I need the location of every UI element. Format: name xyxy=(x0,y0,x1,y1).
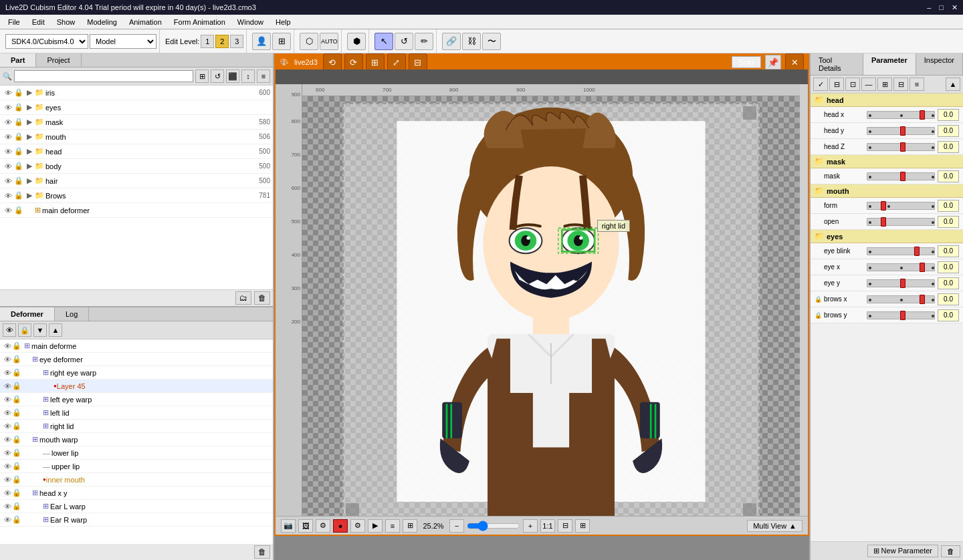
lock-icon[interactable]: 🔒 xyxy=(12,422,21,430)
canvas-content[interactable]: 900 800 700 600 500 400 300 200 600 700 … xyxy=(276,69,808,535)
menu-form-animation[interactable]: Form Animation xyxy=(169,17,231,27)
expand-icon[interactable]: ▶ xyxy=(24,118,35,126)
vis-icon[interactable]: 👁 xyxy=(3,356,12,364)
menu-file[interactable]: File xyxy=(3,17,25,27)
menu-show[interactable]: Show xyxy=(51,17,81,27)
deformer-item[interactable]: 👁 🔒 ⊞ left eye warp xyxy=(0,393,273,406)
canvas-viewport[interactable]: right lid xyxy=(302,96,800,527)
param-table1-icon[interactable]: ⊞ xyxy=(877,78,892,91)
param-group-head[interactable]: 📁 head xyxy=(811,94,963,107)
deformer-item[interactable]: 👁 🔒 ⊞ right lid xyxy=(0,420,273,433)
menu-window[interactable]: Window xyxy=(232,17,269,27)
param-slider-brows-y[interactable] xyxy=(867,311,935,319)
new-parameter-button[interactable]: ⊞ New Parameter xyxy=(867,545,938,557)
slider-track[interactable] xyxy=(867,247,935,255)
param-check-icon[interactable]: ✓ xyxy=(813,78,828,91)
expand-icon[interactable]: ▶ xyxy=(24,162,35,170)
coord-icon[interactable]: ⊟ xyxy=(558,519,572,533)
list-icon[interactable]: ≡ xyxy=(385,519,400,533)
vis-icon[interactable]: 👁 xyxy=(3,342,12,350)
pin-button[interactable]: 📌 xyxy=(765,55,781,69)
tab-part[interactable]: Part xyxy=(0,53,36,67)
play-icon[interactable]: ▶ xyxy=(368,519,383,533)
lock-icon[interactable]: 🔒 xyxy=(12,341,21,350)
vis-icon[interactable]: 👁 xyxy=(3,148,13,156)
param-slider-eye-blink[interactable] xyxy=(867,247,935,255)
part-tool-select[interactable]: ⊞ xyxy=(195,69,209,83)
list-item[interactable]: 👁 🔒 ▶ 📁 Brows 781 xyxy=(0,188,273,203)
param-value-open[interactable]: 0.0 xyxy=(938,216,959,228)
expand-icon[interactable]: ▶ xyxy=(24,132,35,141)
tab-tool-details[interactable]: Tool Details xyxy=(811,53,863,75)
deformer-lock-all[interactable]: 🔒 xyxy=(18,323,31,337)
vis-icon[interactable]: 👁 xyxy=(3,104,13,112)
brush-icon[interactable]: ✏ xyxy=(415,33,433,50)
part-tool-refresh[interactable]: ↺ xyxy=(211,69,224,83)
canvas-tool-5[interactable]: ⊟ xyxy=(409,53,427,71)
expand-icon[interactable]: ▶ xyxy=(24,147,35,156)
param-slider-head-y[interactable] xyxy=(867,127,935,135)
slider-thumb-active[interactable] xyxy=(900,311,905,320)
slider-thumb[interactable] xyxy=(920,295,925,304)
person-icon[interactable]: 👤 xyxy=(252,33,271,50)
slider-thumb-active[interactable] xyxy=(900,142,905,152)
minimize-button[interactable]: – xyxy=(927,3,931,12)
param-value-eye-blink[interactable]: 0.0 xyxy=(938,245,959,257)
menu-help[interactable]: Help xyxy=(270,17,296,27)
vis-icon[interactable]: 👁 xyxy=(3,409,12,417)
vis-icon[interactable]: 👁 xyxy=(3,503,12,511)
param-lock[interactable]: 🔒 xyxy=(815,312,821,319)
level-1-button[interactable]: 1 xyxy=(201,35,214,48)
deformer-item[interactable]: 👁 🔒 ⊞ main deforme xyxy=(0,339,273,353)
slider-thumb-active[interactable] xyxy=(900,172,905,181)
slider-thumb[interactable] xyxy=(920,263,925,272)
param-slider-head-x[interactable] xyxy=(867,111,935,119)
part-tool-menu[interactable]: ≡ xyxy=(257,69,270,83)
param-value-eye-x[interactable]: 0.0 xyxy=(938,261,959,273)
zoom-in-icon[interactable]: + xyxy=(523,519,538,533)
expand-icon[interactable]: ▶ xyxy=(24,191,35,200)
lock-icon[interactable]: 🔒 xyxy=(12,355,21,364)
menu-animation[interactable]: Animation xyxy=(124,17,167,27)
settings-icon[interactable]: ⚙ xyxy=(350,519,365,533)
solo-button[interactable]: Solo xyxy=(732,56,761,68)
slider-track[interactable] xyxy=(867,111,935,119)
part-search-input[interactable] xyxy=(14,70,193,82)
param-value-brows-x[interactable]: 0.0 xyxy=(938,293,959,305)
param-slider-mask[interactable] xyxy=(867,172,935,180)
record-dot[interactable]: ● xyxy=(333,519,348,533)
deformer-item[interactable]: 👁 🔒 — upper lip xyxy=(0,460,273,473)
vis-icon[interactable]: 👁 xyxy=(3,192,13,200)
lock-icon[interactable]: 🔒 xyxy=(12,368,21,377)
list-item[interactable]: 👁 🔒 ▶ 📁 head 500 xyxy=(0,144,273,159)
param-group-mouth[interactable]: 📁 mouth xyxy=(811,184,963,198)
slider-track[interactable] xyxy=(867,311,935,319)
param-group-mask[interactable]: 📁 mask xyxy=(811,155,963,168)
param-slider-eye-x[interactable] xyxy=(867,263,935,271)
deformer-collapse[interactable]: ▲ xyxy=(49,323,62,337)
param-list-icon[interactable]: ≡ xyxy=(909,78,924,91)
lock-icon[interactable]: 🔒 xyxy=(12,462,21,470)
lock-icon[interactable]: 🔒 xyxy=(13,206,24,215)
param-value-brows-y[interactable]: 0.0 xyxy=(938,309,959,321)
param-group-eyes[interactable]: 📁 eyes xyxy=(811,230,963,243)
window-controls[interactable]: – □ ✕ xyxy=(927,3,958,12)
lock-icon[interactable]: 🔒 xyxy=(13,88,24,97)
vis-icon[interactable]: 👁 xyxy=(3,449,12,457)
deformer-item[interactable]: 👁 🔒 ● inner mouth xyxy=(0,473,273,486)
tab-parameter[interactable]: Parameter xyxy=(863,53,916,75)
vis-icon[interactable]: 👁 xyxy=(3,489,12,497)
lock-icon[interactable]: 🔒 xyxy=(12,488,21,497)
tab-inspector[interactable]: Inspector xyxy=(916,53,963,75)
deformer-item[interactable]: 👁 🔒 ⊞ Ear R warp xyxy=(0,513,273,527)
list-item[interactable]: 👁 🔒 ▶ 📁 mouth 506 xyxy=(0,130,273,144)
lock-icon[interactable]: 🔒 xyxy=(12,502,21,511)
vis-icon[interactable]: 👁 xyxy=(3,89,13,97)
canvas-tool-1[interactable]: ⟲ xyxy=(323,53,342,71)
menu-modeling[interactable]: Modeling xyxy=(82,17,122,27)
param-value-head-x[interactable]: 0.0 xyxy=(938,109,959,121)
deformer-item[interactable]: 👁 🔒 ⊞ right eye warp xyxy=(0,366,273,380)
param-slider2-icon[interactable]: ⊡ xyxy=(845,78,860,91)
curve-icon[interactable]: 〜 xyxy=(482,33,501,50)
vis-icon[interactable]: 👁 xyxy=(3,436,12,444)
